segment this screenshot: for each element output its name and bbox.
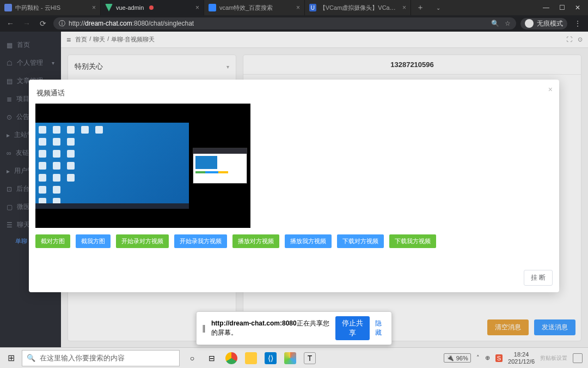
tab-label: 【VCam虚拟摄像头】VCam虚… <box>320 4 399 12</box>
tray-up-icon[interactable]: ˄ <box>476 354 480 361</box>
back-icon[interactable]: ← <box>4 19 16 28</box>
close-icon[interactable]: × <box>296 4 300 11</box>
search-icon[interactable]: 🔍 <box>491 20 499 27</box>
profile-label: 无痕模式 <box>537 19 563 28</box>
address-bar: ← → ⟳ ⓘ http://dream-chat.com:8080/chat/… <box>0 15 588 32</box>
hide-share-link[interactable]: 隐藏 <box>375 319 386 337</box>
incognito-icon <box>525 19 534 28</box>
modal-button-row: 截对方图 截我方图 开始录对方视频 开始录我方视频 播放对方视频 播放我方视频 … <box>35 234 553 248</box>
tab-dropdown-icon[interactable]: ⌄ <box>430 5 447 11</box>
snap-remote-button[interactable]: 截对方图 <box>35 234 70 248</box>
screen-share-bar: ‖ http://dream-chat.com:8080正在共享您的屏幕。 停止… <box>196 311 392 345</box>
download-remote-button[interactable]: 下载对方视频 <box>337 234 384 248</box>
video-area <box>35 104 250 228</box>
close-icon[interactable]: × <box>195 4 199 11</box>
system-tray: 🔌 96% ˄ ⊕ S 18:24 2021/12/6 剪贴板设置 <box>438 351 588 364</box>
share-message: http://dream-chat.com:8080正在共享您的屏幕。 <box>211 319 330 337</box>
battery-indicator[interactable]: 🔌 96% <box>444 353 471 363</box>
video-call-modal: × 视频通话 <box>29 80 559 292</box>
explorer-icon[interactable] <box>245 352 257 364</box>
new-tab-button[interactable]: ＋ <box>411 3 430 13</box>
tray-text: 剪贴板设置 <box>540 354 567 362</box>
start-button[interactable]: ⊞ <box>0 353 22 363</box>
cortana-icon[interactable]: ○ <box>186 352 198 364</box>
baidu-favicon-icon <box>209 4 216 11</box>
play-remote-button[interactable]: 播放对方视频 <box>232 234 279 248</box>
close-window-icon[interactable]: ✕ <box>575 4 580 11</box>
recording-icon <box>149 5 154 10</box>
text-icon[interactable]: T <box>304 352 316 364</box>
maximize-icon[interactable]: ☐ <box>559 4 565 11</box>
profile-chip[interactable]: 无痕模式 <box>520 18 567 29</box>
app-icon[interactable] <box>284 352 296 364</box>
close-icon[interactable]: × <box>92 4 96 11</box>
favicon-icon <box>4 4 12 11</box>
tab-label: 中药颗粒 - 云HIS <box>15 4 60 12</box>
search-placeholder: 在这里输入你要搜索的内容 <box>40 353 125 363</box>
tab-label: vue-admin <box>116 4 144 11</box>
clock[interactable]: 18:24 2021/12/6 <box>508 351 535 364</box>
favicon-icon: U <box>309 4 316 11</box>
desktop-stream <box>35 123 189 209</box>
windows-search-input[interactable]: 🔍 在这里输入你要搜索的内容 <box>22 350 180 366</box>
chrome-icon[interactable] <box>225 352 237 364</box>
forward-icon[interactable]: → <box>21 19 33 28</box>
network-icon[interactable]: ⊕ <box>485 354 490 361</box>
browser-tab[interactable]: vue-admin × <box>101 0 204 15</box>
bookmark-icon[interactable]: ☆ <box>505 20 511 27</box>
browser-menu-icon[interactable]: ⋮ <box>572 19 584 28</box>
url-text: http://dream-chat.com:8080/chat/singlech… <box>69 20 194 27</box>
taskbar-apps: ○ ⊟ ⟨⟩ T <box>180 352 322 364</box>
close-icon[interactable]: × <box>402 4 406 11</box>
local-video[interactable] <box>189 104 250 228</box>
minimize-icon[interactable]: — <box>543 4 549 11</box>
windows-taskbar: ⊞ 🔍 在这里输入你要搜索的内容 ○ ⊟ ⟨⟩ T 🔌 96% ˄ ⊕ S 18… <box>0 347 588 368</box>
browser-tab[interactable]: 中药颗粒 - 云HIS × <box>0 0 101 15</box>
taskview-icon[interactable]: ⊟ <box>206 352 218 364</box>
play-local-button[interactable]: 播放我方视频 <box>285 234 332 248</box>
site-info-icon[interactable]: ⓘ <box>59 19 65 28</box>
download-local-button[interactable]: 下载我方视频 <box>389 234 436 248</box>
url-input[interactable]: ⓘ http://dream-chat.com:8080/chat/single… <box>53 17 516 29</box>
hangup-button[interactable]: 挂 断 <box>524 270 553 286</box>
remote-video[interactable] <box>35 104 189 228</box>
vue-favicon-icon <box>105 4 113 11</box>
browser-tab-strip: 中药颗粒 - 云HIS × vue-admin × vcam特效_百度搜索 × … <box>0 0 588 15</box>
close-icon[interactable]: × <box>548 85 553 94</box>
notification-icon[interactable] <box>573 353 583 363</box>
reload-icon[interactable]: ⟳ <box>37 19 49 28</box>
tab-label: vcam特效_百度搜索 <box>219 4 273 12</box>
browser-tab[interactable]: U 【VCam虚拟摄像头】VCam虚… × <box>305 0 411 15</box>
vscode-icon[interactable]: ⟨⟩ <box>265 352 277 364</box>
record-local-button[interactable]: 开始录我方视频 <box>174 234 227 248</box>
share-indicator-icon: ‖ <box>202 324 206 333</box>
browser-tab[interactable]: vcam特效_百度搜索 × <box>204 0 305 15</box>
modal-title: 视频通话 <box>35 86 553 104</box>
search-icon: 🔍 <box>27 354 35 362</box>
ime-icon[interactable]: S <box>495 354 503 362</box>
record-remote-button[interactable]: 开始录对方视频 <box>116 234 169 248</box>
window-controls: — ☐ ✕ <box>535 4 588 11</box>
stop-share-button[interactable]: 停止共享 <box>335 316 370 340</box>
snap-local-button[interactable]: 截我方图 <box>76 234 111 248</box>
